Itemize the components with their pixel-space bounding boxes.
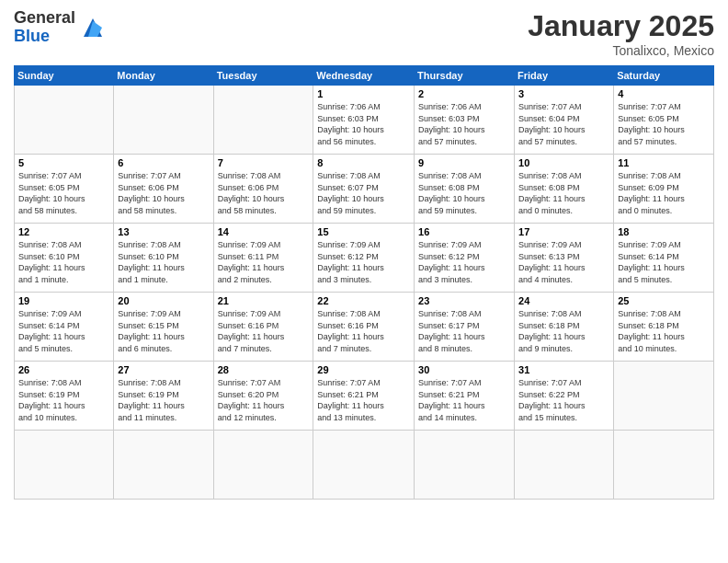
table-row: 15Sunrise: 7:09 AM Sunset: 6:12 PM Dayli…	[313, 224, 415, 293]
table-row: 17Sunrise: 7:09 AM Sunset: 6:13 PM Dayli…	[515, 224, 614, 293]
day-number: 12	[18, 226, 109, 237]
day-info: Sunrise: 7:07 AM Sunset: 6:05 PM Dayligh…	[618, 101, 710, 147]
table-row: 7Sunrise: 7:08 AM Sunset: 6:06 PM Daylig…	[213, 155, 313, 224]
table-row: 25Sunrise: 7:08 AM Sunset: 6:18 PM Dayli…	[614, 293, 714, 362]
day-number: 1	[317, 88, 410, 99]
header: General Blue January 2025 Tonalixco, Mex…	[14, 9, 714, 58]
header-tuesday: Tuesday	[213, 66, 313, 86]
table-row: 31Sunrise: 7:07 AM Sunset: 6:22 PM Dayli…	[515, 362, 614, 431]
table-row: 5Sunrise: 7:07 AM Sunset: 6:05 PM Daylig…	[15, 155, 114, 224]
header-sunday: Sunday	[15, 66, 114, 86]
day-info: Sunrise: 7:06 AM Sunset: 6:03 PM Dayligh…	[418, 101, 510, 147]
day-info: Sunrise: 7:08 AM Sunset: 6:09 PM Dayligh…	[618, 170, 710, 216]
table-row	[114, 431, 213, 500]
logo-text: General Blue	[14, 9, 75, 46]
day-info: Sunrise: 7:06 AM Sunset: 6:03 PM Dayligh…	[317, 101, 410, 147]
table-row: 29Sunrise: 7:07 AM Sunset: 6:21 PM Dayli…	[313, 362, 415, 431]
table-row	[15, 86, 114, 155]
day-number: 7	[218, 157, 310, 168]
table-row	[213, 86, 313, 155]
table-row: 27Sunrise: 7:08 AM Sunset: 6:19 PM Dayli…	[114, 362, 213, 431]
table-row: 6Sunrise: 7:07 AM Sunset: 6:06 PM Daylig…	[114, 155, 213, 224]
calendar-row: 5Sunrise: 7:07 AM Sunset: 6:05 PM Daylig…	[15, 155, 714, 224]
day-info: Sunrise: 7:07 AM Sunset: 6:21 PM Dayligh…	[418, 377, 510, 423]
header-monday: Monday	[114, 66, 213, 86]
location: Tonalixco, Mexico	[528, 43, 714, 58]
day-number: 29	[317, 364, 410, 375]
day-info: Sunrise: 7:09 AM Sunset: 6:11 PM Dayligh…	[218, 239, 310, 285]
day-info: Sunrise: 7:08 AM Sunset: 6:07 PM Dayligh…	[317, 170, 410, 216]
header-saturday: Saturday	[614, 66, 714, 86]
logo-general: General	[14, 9, 75, 28]
day-number: 28	[218, 364, 310, 375]
calendar-table: Sunday Monday Tuesday Wednesday Thursday…	[14, 65, 714, 500]
day-info: Sunrise: 7:07 AM Sunset: 6:05 PM Dayligh…	[18, 170, 109, 216]
day-number: 24	[518, 295, 609, 306]
table-row: 18Sunrise: 7:09 AM Sunset: 6:14 PM Dayli…	[614, 224, 714, 293]
calendar-row: 12Sunrise: 7:08 AM Sunset: 6:10 PM Dayli…	[15, 224, 714, 293]
day-number: 18	[618, 226, 710, 237]
day-number: 15	[317, 226, 410, 237]
day-info: Sunrise: 7:07 AM Sunset: 6:22 PM Dayligh…	[518, 377, 609, 423]
calendar-row: 26Sunrise: 7:08 AM Sunset: 6:19 PM Dayli…	[15, 362, 714, 431]
day-info: Sunrise: 7:07 AM Sunset: 6:21 PM Dayligh…	[317, 377, 410, 423]
day-info: Sunrise: 7:08 AM Sunset: 6:08 PM Dayligh…	[418, 170, 510, 216]
title-block: January 2025 Tonalixco, Mexico	[528, 9, 714, 58]
day-number: 10	[518, 157, 609, 168]
day-info: Sunrise: 7:09 AM Sunset: 6:14 PM Dayligh…	[18, 308, 109, 354]
month-title: January 2025	[528, 9, 714, 43]
table-row	[614, 362, 714, 431]
calendar-row: 1Sunrise: 7:06 AM Sunset: 6:03 PM Daylig…	[15, 86, 714, 155]
day-info: Sunrise: 7:08 AM Sunset: 6:06 PM Dayligh…	[218, 170, 310, 216]
table-row: 30Sunrise: 7:07 AM Sunset: 6:21 PM Dayli…	[415, 362, 515, 431]
table-row: 21Sunrise: 7:09 AM Sunset: 6:16 PM Dayli…	[213, 293, 313, 362]
calendar-row	[15, 431, 714, 500]
table-row	[515, 431, 614, 500]
day-number: 5	[18, 157, 109, 168]
day-info: Sunrise: 7:08 AM Sunset: 6:19 PM Dayligh…	[18, 377, 109, 423]
day-info: Sunrise: 7:09 AM Sunset: 6:14 PM Dayligh…	[618, 239, 710, 285]
day-info: Sunrise: 7:08 AM Sunset: 6:16 PM Dayligh…	[317, 308, 410, 354]
header-thursday: Thursday	[415, 66, 515, 86]
day-info: Sunrise: 7:09 AM Sunset: 6:12 PM Dayligh…	[317, 239, 410, 285]
table-row	[614, 431, 714, 500]
logo-blue: Blue	[14, 28, 75, 46]
day-number: 17	[518, 226, 609, 237]
table-row: 12Sunrise: 7:08 AM Sunset: 6:10 PM Dayli…	[15, 224, 114, 293]
table-row	[415, 431, 515, 500]
day-info: Sunrise: 7:08 AM Sunset: 6:17 PM Dayligh…	[418, 308, 510, 354]
logo-icon	[79, 14, 107, 41]
table-row: 2Sunrise: 7:06 AM Sunset: 6:03 PM Daylig…	[415, 86, 515, 155]
day-info: Sunrise: 7:08 AM Sunset: 6:18 PM Dayligh…	[618, 308, 710, 354]
day-number: 11	[618, 157, 710, 168]
day-info: Sunrise: 7:08 AM Sunset: 6:10 PM Dayligh…	[118, 239, 209, 285]
table-row	[114, 86, 213, 155]
weekday-header-row: Sunday Monday Tuesday Wednesday Thursday…	[15, 66, 714, 86]
day-number: 22	[317, 295, 410, 306]
table-row: 14Sunrise: 7:09 AM Sunset: 6:11 PM Dayli…	[213, 224, 313, 293]
day-number: 8	[317, 157, 410, 168]
table-row: 16Sunrise: 7:09 AM Sunset: 6:12 PM Dayli…	[415, 224, 515, 293]
day-number: 19	[18, 295, 109, 306]
table-row: 23Sunrise: 7:08 AM Sunset: 6:17 PM Dayli…	[415, 293, 515, 362]
header-wednesday: Wednesday	[313, 66, 415, 86]
table-row: 11Sunrise: 7:08 AM Sunset: 6:09 PM Dayli…	[614, 155, 714, 224]
table-row: 9Sunrise: 7:08 AM Sunset: 6:08 PM Daylig…	[415, 155, 515, 224]
day-info: Sunrise: 7:09 AM Sunset: 6:16 PM Dayligh…	[218, 308, 310, 354]
table-row: 20Sunrise: 7:09 AM Sunset: 6:15 PM Dayli…	[114, 293, 213, 362]
day-number: 2	[418, 88, 510, 99]
day-info: Sunrise: 7:07 AM Sunset: 6:06 PM Dayligh…	[118, 170, 209, 216]
table-row	[313, 431, 415, 500]
table-row: 24Sunrise: 7:08 AM Sunset: 6:18 PM Dayli…	[515, 293, 614, 362]
table-row: 26Sunrise: 7:08 AM Sunset: 6:19 PM Dayli…	[15, 362, 114, 431]
table-row	[213, 431, 313, 500]
day-info: Sunrise: 7:09 AM Sunset: 6:13 PM Dayligh…	[518, 239, 609, 285]
day-info: Sunrise: 7:07 AM Sunset: 6:04 PM Dayligh…	[518, 101, 609, 147]
day-info: Sunrise: 7:08 AM Sunset: 6:18 PM Dayligh…	[518, 308, 609, 354]
day-info: Sunrise: 7:09 AM Sunset: 6:15 PM Dayligh…	[118, 308, 209, 354]
day-info: Sunrise: 7:07 AM Sunset: 6:20 PM Dayligh…	[218, 377, 310, 423]
header-friday: Friday	[515, 66, 614, 86]
table-row: 4Sunrise: 7:07 AM Sunset: 6:05 PM Daylig…	[614, 86, 714, 155]
day-info: Sunrise: 7:08 AM Sunset: 6:10 PM Dayligh…	[18, 239, 109, 285]
day-info: Sunrise: 7:08 AM Sunset: 6:08 PM Dayligh…	[518, 170, 609, 216]
